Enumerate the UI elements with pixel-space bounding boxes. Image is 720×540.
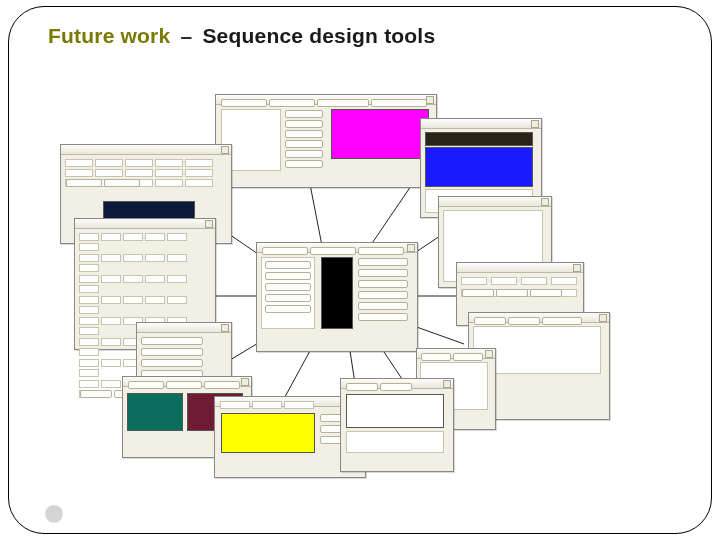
title-rest: Sequence design tools (202, 24, 435, 47)
button-stack (284, 109, 324, 169)
title-accent: Future work (48, 24, 170, 47)
bottom-buttons (473, 316, 583, 326)
bottom-buttons (127, 380, 241, 390)
color-swatch-black (321, 257, 353, 329)
titlebar (421, 119, 541, 129)
title-dash: – (180, 24, 192, 47)
window-body (421, 129, 541, 135)
window-bottom-c (340, 378, 454, 472)
color-swatch-darkbrown (425, 132, 533, 146)
window-body (457, 273, 583, 301)
window-body (216, 105, 436, 111)
diagram-canvas (60, 86, 620, 496)
titlebar (75, 219, 215, 229)
color-swatch-blue (425, 147, 533, 187)
bottom-buttons (461, 288, 563, 298)
button-stack (357, 257, 409, 322)
page-indicator-icon (46, 506, 62, 522)
color-swatch-magenta (331, 109, 429, 159)
window-body (61, 155, 231, 191)
titlebar (137, 323, 231, 333)
window-body (469, 323, 609, 329)
window-body (257, 253, 417, 259)
text-panel (346, 431, 444, 453)
window-body (439, 207, 551, 213)
window-top-center (215, 94, 437, 188)
window-body (417, 359, 495, 365)
color-swatch-teal (127, 393, 183, 431)
bottom-buttons (261, 246, 405, 256)
window-body (341, 389, 453, 395)
window-body (123, 387, 251, 393)
titlebar (61, 145, 231, 155)
window-center-hub (256, 242, 418, 352)
bottom-buttons (65, 178, 141, 188)
slide-title: Future work – Sequence design tools (48, 24, 435, 48)
titlebar (439, 197, 551, 207)
bottom-buttons (420, 352, 484, 362)
bottom-buttons (345, 382, 413, 392)
titlebar (457, 263, 583, 273)
bottom-fields (219, 400, 315, 410)
bottom-buttons (220, 98, 428, 108)
color-swatch-yellow (221, 413, 315, 453)
list-panel (261, 257, 315, 329)
color-swatch-white (346, 394, 444, 428)
slide: Future work – Sequence design tools (0, 0, 720, 540)
